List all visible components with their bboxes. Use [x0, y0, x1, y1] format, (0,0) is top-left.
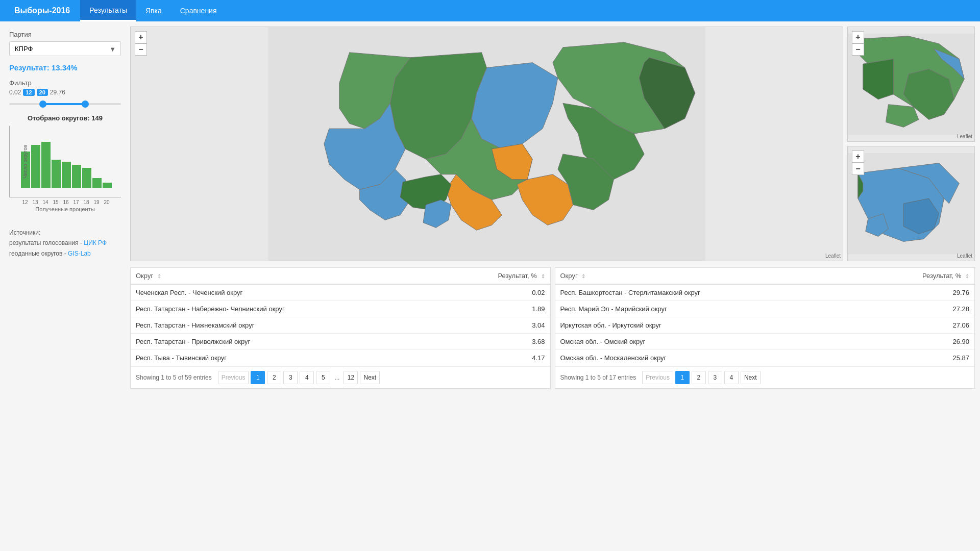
- hist-bar: [41, 142, 51, 188]
- table-right-col1[interactable]: Округ ⇕: [555, 268, 859, 284]
- main-map-zoom-out[interactable]: −: [135, 43, 147, 56]
- table-right-page-1[interactable]: 1: [675, 371, 690, 384]
- table-right-next[interactable]: Next: [741, 371, 761, 384]
- side-map-top[interactable]: + − Leaflet: [847, 27, 975, 142]
- sources-line1: результаты голосования -: [9, 239, 84, 246]
- table-right-region: Иркутская обл. - Иркутский округ: [555, 317, 859, 334]
- hist-bar: [72, 165, 81, 188]
- filter-row: 0.02 12 20 29.76: [9, 89, 121, 96]
- filter-min: 0.02: [9, 89, 21, 96]
- tab-turnout[interactable]: Явка: [136, 0, 171, 21]
- table-left: Округ ⇕ Результат, % ⇕ Чеченская Респ. -…: [131, 268, 550, 366]
- main-map-svg: [131, 27, 843, 261]
- table-right-col2[interactable]: Результат, % ⇕: [859, 268, 974, 284]
- table-right-value: 25.87: [859, 350, 974, 366]
- table-left-region: Респ. Тыва - Тывинский округ: [131, 350, 439, 366]
- table-left-value: 0.02: [439, 284, 550, 301]
- side-map-bottom[interactable]: + − Leaflet: [847, 146, 975, 261]
- side-map-bottom-svg: [848, 146, 974, 261]
- table-right-value: 27.06: [859, 317, 974, 334]
- table-row[interactable]: Омская обл. - Омский округ26.90: [555, 334, 975, 350]
- table-row[interactable]: Респ. Татарстан - Нижнекамский округ3.04: [131, 317, 550, 334]
- party-label: Партия: [9, 31, 121, 38]
- sources-link1[interactable]: ЦИК РФ: [84, 239, 107, 246]
- col1-sort-icon: ⇕: [157, 273, 161, 279]
- filter-label: Фильтр: [9, 79, 121, 87]
- range-fill: [43, 103, 85, 105]
- hist-bar: [103, 183, 112, 188]
- hist-x-label: 19: [92, 199, 101, 205]
- hist-bar: [82, 168, 91, 188]
- side-map-bottom-zoom-out[interactable]: −: [852, 163, 864, 175]
- party-select[interactable]: КПРФ ЕР ЛДПР СР: [9, 41, 121, 56]
- table-left-page-2[interactable]: 2: [267, 371, 281, 384]
- table-left-ellipsis: ...: [332, 374, 341, 381]
- result-text: Результат: 13.34%: [9, 63, 121, 72]
- side-map-top-zoom-in[interactable]: +: [852, 31, 864, 43]
- table-row[interactable]: Респ. Башкортостан - Стерлитамакский окр…: [555, 284, 975, 301]
- table-row[interactable]: Иркутская обл. - Иркутский округ27.06: [555, 317, 975, 334]
- table-right-panel: Округ ⇕ Результат, % ⇕ Респ. Башкортоста…: [555, 267, 975, 389]
- range-slider[interactable]: [9, 99, 121, 109]
- table-row[interactable]: Омская обл. - Москаленский округ25.87: [555, 350, 975, 366]
- main-map-zoom-in[interactable]: +: [135, 31, 147, 43]
- main-map-attribution: Leaflet: [825, 253, 841, 259]
- table-right-page-3[interactable]: 3: [708, 371, 722, 384]
- party-select-wrapper: КПРФ ЕР ЛДПР СР ▼: [9, 41, 121, 56]
- side-map-top-attribution: Leaflet: [957, 134, 972, 139]
- nav-tabs: Результаты Явка Сравнения: [80, 0, 226, 21]
- hist-x-label: 17: [71, 199, 81, 205]
- hist-bar: [92, 178, 102, 188]
- selected-count: Отобрано округов: 149: [9, 114, 121, 122]
- table-left-value: 3.04: [439, 317, 550, 334]
- table-left-page-4[interactable]: 4: [300, 371, 314, 384]
- table-left-page-5[interactable]: 5: [316, 371, 330, 384]
- table-left-page-1[interactable]: 1: [251, 371, 265, 384]
- hist-bar: [52, 160, 61, 188]
- table-left-page-12[interactable]: 12: [344, 371, 358, 384]
- side-map-bottom-controls: + −: [852, 151, 864, 175]
- table-left-region: Респ. Татарстан - Нижнекамский округ: [131, 317, 439, 334]
- table-left-page-3[interactable]: 3: [283, 371, 298, 384]
- table-right-page-4[interactable]: 4: [724, 371, 739, 384]
- table-left-col2[interactable]: Результат, % ⇕: [439, 268, 550, 284]
- table-row[interactable]: Респ. Марий Эл - Марийский округ27.28: [555, 301, 975, 317]
- table-right-page-2[interactable]: 2: [692, 371, 706, 384]
- main-container: Партия КПРФ ЕР ЛДПР СР ▼ Результат: 13.3…: [0, 21, 980, 394]
- table-left-col1[interactable]: Округ ⇕: [131, 268, 439, 284]
- table-right-region: Омская обл. - Москаленский округ: [555, 350, 859, 366]
- tab-results[interactable]: Результаты: [80, 0, 136, 21]
- table-left-prev[interactable]: Previous: [218, 371, 249, 384]
- hist-x-labels: 121314151617181920: [9, 199, 121, 205]
- table-left-value: 4.17: [439, 350, 550, 366]
- tables-container: Округ ⇕ Результат, % ⇕ Чеченская Респ. -…: [130, 267, 975, 389]
- table-left-next[interactable]: Next: [360, 371, 380, 384]
- maps-top: + −: [130, 27, 975, 261]
- table-right-region: Респ. Башкортостан - Стерлитамакский окр…: [555, 284, 859, 301]
- table-row[interactable]: Чеченская Респ. - Чеченский округ0.02: [131, 284, 550, 301]
- tab-compare[interactable]: Сравнения: [171, 0, 226, 21]
- main-map[interactable]: + −: [130, 27, 843, 261]
- table-row[interactable]: Респ. Тыва - Тывинский округ4.17: [131, 350, 550, 366]
- range-thumb-left[interactable]: [39, 101, 46, 108]
- table-row[interactable]: Респ. Татарстан - Приволжский округ3.68: [131, 334, 550, 350]
- table-right-region: Омская обл. - Омский округ: [555, 334, 859, 350]
- hist-y-label: Число округов: [22, 145, 28, 179]
- app-header: Выборы-2016 Результаты Явка Сравнения: [0, 0, 980, 21]
- hist-x-label: 20: [102, 199, 111, 205]
- hist-bar: [62, 162, 71, 188]
- table-row[interactable]: Респ. Татарстан - Набережно- Челнинский …: [131, 301, 550, 317]
- sources-link2[interactable]: GIS-Lab: [68, 250, 91, 257]
- table-left-pagination: Showing 1 to 5 of 59 entries Previous 1 …: [131, 366, 550, 388]
- table-right-prev[interactable]: Previous: [642, 371, 673, 384]
- table-left-region: Респ. Татарстан - Приволжский округ: [131, 334, 439, 350]
- range-thumb-right[interactable]: [82, 101, 89, 108]
- side-map-top-svg: [848, 27, 974, 141]
- table-right-region: Респ. Марий Эл - Марийский округ: [555, 301, 859, 317]
- table-left-value: 1.89: [439, 301, 550, 317]
- side-map-bottom-zoom-in[interactable]: +: [852, 151, 864, 163]
- hist-x-label: 12: [20, 199, 30, 205]
- side-map-top-zoom-out[interactable]: −: [852, 43, 864, 56]
- left-panel: Партия КПРФ ЕР ЛДПР СР ▼ Результат: 13.3…: [5, 27, 125, 389]
- hist-x-label: 13: [31, 199, 40, 205]
